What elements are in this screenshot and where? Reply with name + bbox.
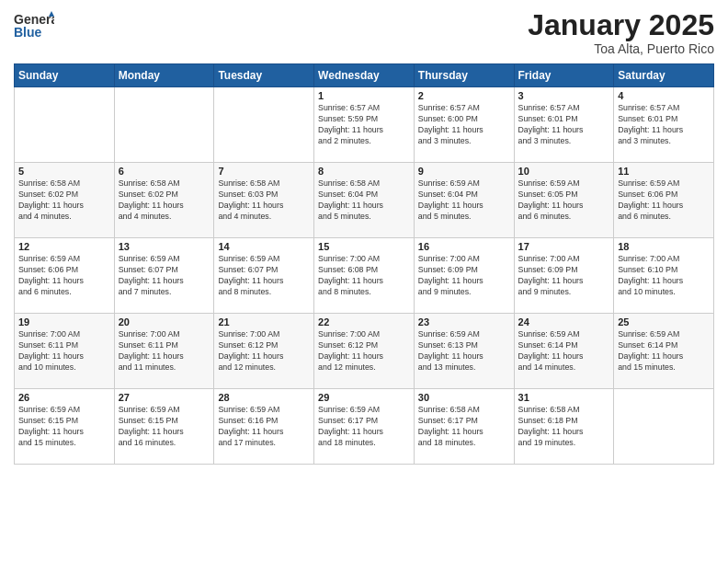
calendar-cell: 27Sunrise: 6:59 AMSunset: 6:15 PMDayligh… <box>114 389 214 465</box>
col-thursday: Thursday <box>414 64 514 87</box>
day-number: 11 <box>618 166 710 177</box>
calendar-cell: 29Sunrise: 6:59 AMSunset: 6:17 PMDayligh… <box>314 389 415 465</box>
col-saturday: Saturday <box>614 64 714 87</box>
calendar-cell: 25Sunrise: 6:59 AMSunset: 6:14 PMDayligh… <box>614 314 714 389</box>
day-info: Sunrise: 7:00 AMSunset: 6:12 PMDaylight:… <box>218 329 310 373</box>
day-info: Sunrise: 7:00 AMSunset: 6:12 PMDaylight:… <box>318 329 410 373</box>
calendar-cell: 14Sunrise: 6:59 AMSunset: 6:07 PMDayligh… <box>214 238 314 314</box>
day-info: Sunrise: 6:59 AMSunset: 6:14 PMDaylight:… <box>618 329 710 373</box>
day-info: Sunrise: 6:59 AMSunset: 6:07 PMDaylight:… <box>218 254 310 298</box>
calendar-week-3: 12Sunrise: 6:59 AMSunset: 6:06 PMDayligh… <box>15 238 714 314</box>
day-info: Sunrise: 6:59 AMSunset: 6:17 PMDaylight:… <box>318 405 410 449</box>
day-number: 17 <box>518 241 610 252</box>
calendar-cell <box>15 87 115 163</box>
day-number: 22 <box>318 316 410 327</box>
day-number: 18 <box>618 241 710 252</box>
calendar-cell: 26Sunrise: 6:59 AMSunset: 6:15 PMDayligh… <box>15 389 115 465</box>
calendar-cell <box>214 87 314 163</box>
calendar-cell: 9Sunrise: 6:59 AMSunset: 6:04 PMDaylight… <box>414 163 514 238</box>
calendar-week-4: 19Sunrise: 7:00 AMSunset: 6:11 PMDayligh… <box>15 314 714 389</box>
day-number: 21 <box>218 316 310 327</box>
day-number: 9 <box>418 166 510 177</box>
calendar-cell: 1Sunrise: 6:57 AMSunset: 5:59 PMDaylight… <box>314 87 415 163</box>
calendar-cell: 6Sunrise: 6:58 AMSunset: 6:02 PMDaylight… <box>114 163 214 238</box>
calendar-cell: 2Sunrise: 6:57 AMSunset: 6:00 PMDaylight… <box>414 87 514 163</box>
day-number: 12 <box>18 241 110 252</box>
calendar-cell: 13Sunrise: 6:59 AMSunset: 6:07 PMDayligh… <box>114 238 214 314</box>
day-info: Sunrise: 6:59 AMSunset: 6:13 PMDaylight:… <box>418 329 510 373</box>
day-number: 19 <box>18 316 110 327</box>
calendar-cell: 15Sunrise: 7:00 AMSunset: 6:08 PMDayligh… <box>314 238 415 314</box>
logo-icon: General Blue <box>14 9 54 42</box>
day-info: Sunrise: 6:57 AMSunset: 6:01 PMDaylight:… <box>618 103 710 147</box>
calendar-cell: 17Sunrise: 7:00 AMSunset: 6:09 PMDayligh… <box>514 238 614 314</box>
calendar-cell: 4Sunrise: 6:57 AMSunset: 6:01 PMDaylight… <box>614 87 714 163</box>
calendar-cell: 23Sunrise: 6:59 AMSunset: 6:13 PMDayligh… <box>414 314 514 389</box>
calendar-cell: 7Sunrise: 6:58 AMSunset: 6:03 PMDaylight… <box>214 163 314 238</box>
calendar-week-2: 5Sunrise: 6:58 AMSunset: 6:02 PMDaylight… <box>15 163 714 238</box>
day-number: 3 <box>518 90 610 101</box>
calendar-cell: 28Sunrise: 6:59 AMSunset: 6:16 PMDayligh… <box>214 389 314 465</box>
day-info: Sunrise: 6:59 AMSunset: 6:06 PMDaylight:… <box>18 254 110 298</box>
day-number: 8 <box>318 166 410 177</box>
day-info: Sunrise: 6:58 AMSunset: 6:02 PMDaylight:… <box>119 178 210 223</box>
day-number: 15 <box>318 241 410 252</box>
col-friday: Friday <box>514 64 614 87</box>
day-info: Sunrise: 6:57 AMSunset: 6:00 PMDaylight:… <box>418 103 510 147</box>
day-number: 2 <box>418 90 510 101</box>
day-info: Sunrise: 7:00 AMSunset: 6:11 PMDaylight:… <box>119 329 210 373</box>
day-info: Sunrise: 6:59 AMSunset: 6:15 PMDaylight:… <box>18 405 110 449</box>
day-info: Sunrise: 6:58 AMSunset: 6:03 PMDaylight:… <box>218 178 310 223</box>
day-info: Sunrise: 7:00 AMSunset: 6:10 PMDaylight:… <box>618 254 710 298</box>
calendar-cell: 24Sunrise: 6:59 AMSunset: 6:14 PMDayligh… <box>514 314 614 389</box>
day-number: 24 <box>518 316 610 327</box>
day-info: Sunrise: 7:00 AMSunset: 6:11 PMDaylight:… <box>18 329 110 373</box>
day-number: 1 <box>318 90 410 101</box>
day-number: 23 <box>418 316 510 327</box>
day-info: Sunrise: 7:00 AMSunset: 6:09 PMDaylight:… <box>418 254 510 298</box>
calendar-cell: 18Sunrise: 7:00 AMSunset: 6:10 PMDayligh… <box>614 238 714 314</box>
day-number: 14 <box>218 241 310 252</box>
day-info: Sunrise: 7:00 AMSunset: 6:09 PMDaylight:… <box>518 254 610 298</box>
calendar-cell: 12Sunrise: 6:59 AMSunset: 6:06 PMDayligh… <box>15 238 115 314</box>
day-info: Sunrise: 6:59 AMSunset: 6:05 PMDaylight:… <box>518 178 610 223</box>
day-info: Sunrise: 6:58 AMSunset: 6:17 PMDaylight:… <box>418 405 510 449</box>
col-sunday: Sunday <box>15 64 115 87</box>
day-info: Sunrise: 6:59 AMSunset: 6:14 PMDaylight:… <box>518 329 610 373</box>
day-number: 13 <box>119 241 210 252</box>
calendar-cell: 21Sunrise: 7:00 AMSunset: 6:12 PMDayligh… <box>214 314 314 389</box>
col-wednesday: Wednesday <box>314 64 415 87</box>
logo: General Blue <box>14 9 54 46</box>
day-number: 25 <box>618 316 710 327</box>
day-number: 7 <box>218 166 310 177</box>
day-number: 4 <box>618 90 710 101</box>
calendar-cell: 19Sunrise: 7:00 AMSunset: 6:11 PMDayligh… <box>15 314 115 389</box>
calendar-header-row: Sunday Monday Tuesday Wednesday Thursday… <box>15 64 714 87</box>
calendar-cell: 22Sunrise: 7:00 AMSunset: 6:12 PMDayligh… <box>314 314 415 389</box>
calendar-cell: 20Sunrise: 7:00 AMSunset: 6:11 PMDayligh… <box>114 314 214 389</box>
title-block: January 2025 Toa Alta, Puerto Rico <box>528 9 714 56</box>
day-info: Sunrise: 6:58 AMSunset: 6:04 PMDaylight:… <box>318 178 410 223</box>
day-info: Sunrise: 7:00 AMSunset: 6:08 PMDaylight:… <box>318 254 410 298</box>
calendar-cell: 5Sunrise: 6:58 AMSunset: 6:02 PMDaylight… <box>15 163 115 238</box>
month-title: January 2025 <box>528 9 714 41</box>
day-number: 29 <box>318 392 410 403</box>
svg-text:Blue: Blue <box>14 25 42 40</box>
calendar-cell: 8Sunrise: 6:58 AMSunset: 6:04 PMDaylight… <box>314 163 415 238</box>
day-number: 27 <box>119 392 210 403</box>
day-info: Sunrise: 6:59 AMSunset: 6:16 PMDaylight:… <box>218 405 310 449</box>
day-number: 16 <box>418 241 510 252</box>
page: General Blue January 2025 Toa Alta, Puer… <box>0 0 728 563</box>
day-info: Sunrise: 6:59 AMSunset: 6:04 PMDaylight:… <box>418 178 510 223</box>
day-info: Sunrise: 6:57 AMSunset: 5:59 PMDaylight:… <box>318 103 410 147</box>
calendar-cell: 16Sunrise: 7:00 AMSunset: 6:09 PMDayligh… <box>414 238 514 314</box>
subtitle: Toa Alta, Puerto Rico <box>528 41 714 56</box>
day-info: Sunrise: 6:59 AMSunset: 6:06 PMDaylight:… <box>618 178 710 223</box>
calendar-cell: 30Sunrise: 6:58 AMSunset: 6:17 PMDayligh… <box>414 389 514 465</box>
day-info: Sunrise: 6:59 AMSunset: 6:15 PMDaylight:… <box>119 405 210 449</box>
day-number: 10 <box>518 166 610 177</box>
calendar-week-1: 1Sunrise: 6:57 AMSunset: 5:59 PMDaylight… <box>15 87 714 163</box>
header: General Blue January 2025 Toa Alta, Puer… <box>14 9 714 56</box>
calendar-cell: 10Sunrise: 6:59 AMSunset: 6:05 PMDayligh… <box>514 163 614 238</box>
col-monday: Monday <box>114 64 214 87</box>
